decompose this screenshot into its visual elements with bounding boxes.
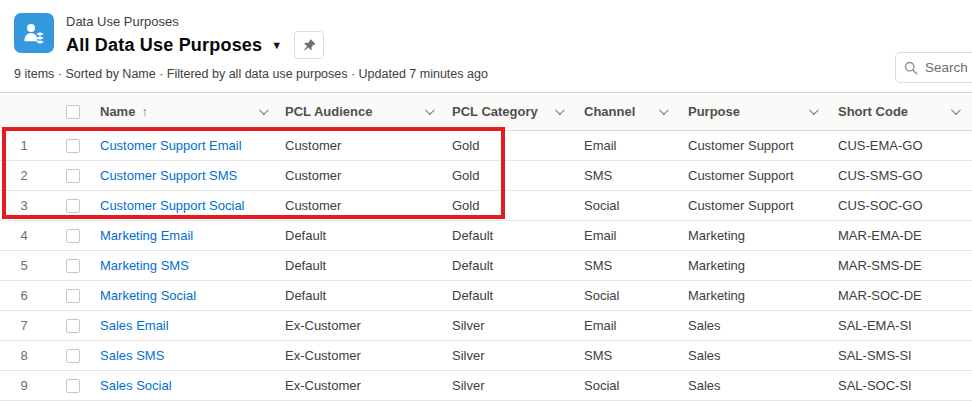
data-use-purpose-icon — [14, 13, 54, 53]
cell-channel: Email — [576, 138, 680, 153]
row-checkbox[interactable] — [66, 319, 80, 333]
column-header-pcl-audience[interactable]: PCL Audience — [280, 104, 446, 119]
cell-pcl-audience: Ex-Customer — [280, 318, 446, 333]
cell-pcl-category: Default — [446, 228, 576, 243]
column-label: Purpose — [688, 104, 740, 119]
cell-pcl-audience: Default — [280, 258, 446, 273]
cell-short-code: SAL-EMA-SI — [830, 318, 972, 333]
search-box — [895, 52, 972, 83]
page-title: All Data Use Purposes — [66, 35, 262, 56]
pin-icon — [302, 38, 317, 53]
row-checkbox[interactable] — [66, 169, 80, 183]
cell-short-code: SAL-SMS-SI — [830, 348, 972, 363]
cell-channel: Social — [576, 288, 680, 303]
cell-channel: SMS — [576, 348, 680, 363]
row-checkbox[interactable] — [66, 379, 80, 393]
column-header-short-code[interactable]: Short Code — [830, 104, 972, 119]
cell-pcl-category: Gold — [446, 168, 576, 183]
record-link[interactable]: Marketing Email — [100, 228, 193, 243]
record-link[interactable]: Marketing Social — [100, 288, 196, 303]
cell-short-code: MAR-SMS-DE — [830, 258, 972, 273]
table-row: 3 Customer Support Social Customer Gold … — [0, 191, 972, 221]
table-row: 7 Sales Email Ex-Customer Silver Email S… — [0, 311, 972, 341]
row-number: 8 — [0, 348, 48, 363]
header-titles: Data Use Purposes All Data Use Purposes … — [66, 13, 324, 59]
record-link[interactable]: Customer Support SMS — [100, 168, 237, 183]
cell-short-code: SAL-SOC-SI — [830, 378, 972, 393]
row-number: 1 — [0, 138, 48, 153]
cell-pcl-category: Default — [446, 288, 576, 303]
cell-purpose: Sales — [680, 378, 830, 393]
row-number: 9 — [0, 378, 48, 393]
chevron-down-icon[interactable] — [809, 105, 819, 115]
cell-pcl-category: Silver — [446, 318, 576, 333]
record-link[interactable]: Sales Email — [100, 318, 169, 333]
cell-short-code: CUS-EMA-GO — [830, 138, 972, 153]
row-checkbox[interactable] — [66, 259, 80, 273]
column-header-purpose[interactable]: Purpose — [680, 104, 830, 119]
column-header-name[interactable]: Name ↑ — [94, 104, 280, 119]
row-number: 7 — [0, 318, 48, 333]
cell-purpose: Customer Support — [680, 168, 830, 183]
search-input[interactable] — [925, 60, 972, 75]
cell-channel: Social — [576, 378, 680, 393]
chevron-down-icon[interactable] — [659, 105, 669, 115]
record-link[interactable]: Marketing SMS — [100, 258, 189, 273]
list-meta-text: 9 items · Sorted by Name · Filtered by a… — [14, 67, 488, 81]
row-checkbox[interactable] — [66, 349, 80, 363]
object-label: Data Use Purposes — [66, 13, 324, 30]
table-row: 9 Sales Social Ex-Customer Silver Social… — [0, 371, 972, 401]
cell-purpose: Customer Support — [680, 198, 830, 213]
record-link[interactable]: Customer Support Email — [100, 138, 242, 153]
chevron-down-icon[interactable] — [425, 105, 435, 115]
table-row: 8 Sales SMS Ex-Customer Silver SMS Sales… — [0, 341, 972, 371]
list-view-selector-caret-icon[interactable]: ▼ — [271, 39, 282, 51]
column-label: Name — [100, 104, 135, 119]
table-row: 6 Marketing Social Default Default Socia… — [0, 281, 972, 311]
sort-ascending-icon: ↑ — [141, 104, 148, 119]
cell-pcl-audience: Customer — [280, 198, 446, 213]
person-layers-glyph — [21, 20, 47, 46]
cell-short-code: MAR-EMA-DE — [830, 228, 972, 243]
cell-purpose: Marketing — [680, 258, 830, 273]
chevron-down-icon[interactable] — [259, 105, 269, 115]
record-link[interactable]: Sales SMS — [100, 348, 164, 363]
column-label: PCL Audience — [285, 104, 372, 119]
row-number: 6 — [0, 288, 48, 303]
record-link[interactable]: Sales Social — [100, 378, 172, 393]
cell-channel: Email — [576, 318, 680, 333]
row-number: 5 — [0, 258, 48, 273]
record-link[interactable]: Customer Support Social — [100, 198, 245, 213]
column-header-channel[interactable]: Channel — [576, 104, 680, 119]
column-label: Channel — [584, 104, 635, 119]
row-checkbox[interactable] — [66, 139, 80, 153]
cell-short-code: MAR-SOC-DE — [830, 288, 972, 303]
cell-purpose: Marketing — [680, 228, 830, 243]
cell-purpose: Sales — [680, 318, 830, 333]
column-label: Short Code — [838, 104, 908, 119]
data-use-purposes-table: Name ↑ PCL Audience PCL Category Channel — [0, 92, 972, 401]
row-checkbox[interactable] — [66, 289, 80, 303]
cell-channel: SMS — [576, 258, 680, 273]
cell-pcl-audience: Customer — [280, 168, 446, 183]
row-number: 2 — [0, 168, 48, 183]
list-view-header: Data Use Purposes All Data Use Purposes … — [0, 0, 972, 92]
row-checkbox[interactable] — [66, 229, 80, 243]
chevron-down-icon[interactable] — [555, 105, 565, 115]
cell-pcl-category: Gold — [446, 198, 576, 213]
table-row: 1 Customer Support Email Customer Gold E… — [0, 131, 972, 161]
cell-channel: SMS — [576, 168, 680, 183]
pin-list-button[interactable] — [294, 31, 324, 59]
select-all-checkbox[interactable] — [66, 105, 80, 119]
cell-short-code: CUS-SMS-GO — [830, 168, 972, 183]
cell-pcl-category: Default — [446, 258, 576, 273]
cell-pcl-category: Silver — [446, 348, 576, 363]
cell-pcl-audience: Default — [280, 228, 446, 243]
cell-purpose: Customer Support — [680, 138, 830, 153]
row-checkbox[interactable] — [66, 199, 80, 213]
chevron-down-icon[interactable] — [951, 105, 961, 115]
cell-pcl-category: Silver — [446, 378, 576, 393]
row-number: 3 — [0, 198, 48, 213]
column-header-pcl-category[interactable]: PCL Category — [446, 104, 576, 119]
header-left: Data Use Purposes All Data Use Purposes … — [14, 13, 324, 59]
